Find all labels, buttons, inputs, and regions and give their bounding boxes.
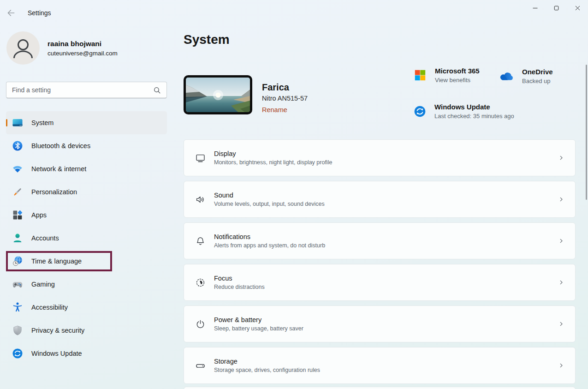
app-title: Settings bbox=[28, 9, 51, 17]
sidebar-item-accounts[interactable]: Accounts bbox=[6, 227, 167, 250]
storage-icon bbox=[195, 360, 206, 371]
network-icon bbox=[12, 163, 23, 174]
status-title: Windows Update bbox=[434, 103, 514, 111]
avatar bbox=[6, 31, 40, 65]
minimize-button[interactable] bbox=[524, 0, 546, 16]
chevron-right-icon bbox=[558, 362, 565, 369]
settings-row-list: Display Monitors, brightness, night ligh… bbox=[184, 139, 576, 389]
row-title: Notifications bbox=[214, 233, 325, 240]
row-title: Sound bbox=[214, 192, 325, 199]
windows-update-icon bbox=[414, 105, 426, 118]
status-card-onedrive[interactable]: OneDrive Backed up bbox=[499, 68, 553, 84]
device-model: Nitro AN515-57 bbox=[262, 95, 308, 102]
sidebar-item-label: Windows Update bbox=[31, 350, 82, 357]
status-subtitle: Backed up bbox=[522, 78, 553, 84]
settings-row-sound[interactable]: Sound Volume levels, output, input, soun… bbox=[184, 181, 576, 218]
focus-icon bbox=[195, 277, 206, 288]
profile-name: raaina bhojwani bbox=[48, 40, 101, 48]
row-subtitle: Storage space, drives, configuration rul… bbox=[214, 367, 320, 373]
settings-window: Settings raaina bhojwani cuteuniverse@gm… bbox=[0, 0, 588, 389]
notifications-icon bbox=[195, 236, 206, 246]
page-title: System bbox=[184, 32, 230, 47]
sidebar-item-label: System bbox=[31, 119, 53, 126]
row-subtitle: Sleep, battery usage, battery saver bbox=[214, 325, 303, 332]
close-button[interactable] bbox=[567, 0, 588, 16]
person-icon bbox=[6, 31, 40, 65]
chevron-right-icon bbox=[558, 154, 565, 162]
sidebar-item-bluetooth-devices[interactable]: Bluetooth & devices bbox=[6, 134, 167, 157]
sidebar-item-gaming[interactable]: Gaming bbox=[6, 273, 167, 296]
back-button[interactable] bbox=[6, 8, 16, 18]
sidebar-item-label: Bluetooth & devices bbox=[31, 142, 90, 150]
sound-icon bbox=[195, 194, 206, 205]
settings-row-storage[interactable]: Storage Storage space, drives, configura… bbox=[184, 347, 576, 384]
sidebar-item-label: Gaming bbox=[31, 281, 55, 288]
status-card-microsoft-365[interactable]: Microsoft 365 View benefits bbox=[414, 67, 480, 84]
power-icon bbox=[195, 319, 206, 329]
row-title: Display bbox=[214, 150, 332, 157]
sidebar-item-network-internet[interactable]: Network & internet bbox=[6, 157, 167, 180]
sidebar-item-label: Accessibility bbox=[31, 304, 68, 311]
search-box bbox=[6, 82, 167, 98]
sidebar-nav: System Bluetooth & devices Network & int… bbox=[6, 111, 167, 365]
gaming-icon bbox=[12, 279, 23, 290]
chevron-right-icon bbox=[558, 320, 565, 328]
row-title: Storage bbox=[214, 358, 320, 365]
chevron-right-icon bbox=[558, 237, 565, 245]
accounts-icon bbox=[12, 233, 23, 244]
windows-update-icon bbox=[12, 348, 23, 359]
status-title: Microsoft 365 bbox=[435, 67, 480, 75]
sidebar-item-system[interactable]: System bbox=[6, 111, 167, 134]
row-title: Power & battery bbox=[214, 316, 303, 323]
sidebar-item-accessibility[interactable]: Accessibility bbox=[6, 296, 167, 319]
search-icon bbox=[153, 86, 161, 94]
settings-row-partial[interactable] bbox=[184, 387, 576, 389]
sidebar-item-label: Apps bbox=[31, 211, 47, 219]
sidebar-item-personalization[interactable]: Personalization bbox=[6, 180, 167, 203]
profile-email: cuteuniverse@gmail.com bbox=[48, 50, 118, 57]
row-subtitle: Monitors, brightness, night light, displ… bbox=[214, 159, 332, 166]
maximize-button[interactable] bbox=[546, 0, 567, 16]
row-subtitle: Reduce distractions bbox=[214, 284, 265, 290]
microsoft-365-logo bbox=[414, 69, 427, 82]
sidebar-item-label: Time & language bbox=[31, 257, 82, 265]
selected-accent-bar bbox=[6, 119, 7, 126]
accessibility-icon bbox=[12, 302, 23, 313]
status-title: OneDrive bbox=[522, 68, 553, 76]
display-icon bbox=[195, 153, 206, 163]
sidebar-item-label: Accounts bbox=[31, 234, 59, 242]
sidebar-item-label: Privacy & security bbox=[31, 327, 84, 334]
device-name: Farica bbox=[262, 82, 289, 93]
row-title: Focus bbox=[214, 275, 265, 282]
settings-row-notifications[interactable]: Notifications Alerts from apps and syste… bbox=[184, 222, 576, 259]
personalization-icon bbox=[12, 186, 23, 197]
window-controls bbox=[524, 0, 588, 16]
system-icon bbox=[12, 117, 23, 128]
bluetooth-icon bbox=[12, 140, 23, 151]
close-icon bbox=[574, 4, 582, 12]
maximize-icon bbox=[552, 4, 560, 12]
settings-row-power-battery[interactable]: Power & battery Sleep, battery usage, ba… bbox=[184, 305, 576, 342]
scrollbar-thumb[interactable] bbox=[586, 65, 587, 200]
sidebar-item-windows-update[interactable]: Windows Update bbox=[6, 342, 167, 365]
sidebar-item-time-language[interactable]: Time & language bbox=[6, 250, 167, 273]
chevron-right-icon bbox=[558, 196, 565, 203]
time-language-icon bbox=[12, 256, 23, 267]
onedrive-icon bbox=[499, 72, 514, 81]
sidebar-item-label: Network & internet bbox=[31, 165, 86, 173]
settings-row-display[interactable]: Display Monitors, brightness, night ligh… bbox=[184, 139, 576, 176]
sidebar-item-privacy-security[interactable]: Privacy & security bbox=[6, 319, 167, 342]
status-card-windows-update[interactable]: Windows Update Last checked: 35 minutes … bbox=[414, 103, 514, 120]
chevron-right-icon bbox=[558, 279, 565, 286]
sidebar-item-apps[interactable]: Apps bbox=[6, 203, 167, 227]
apps-icon bbox=[12, 209, 23, 221]
row-subtitle: Volume levels, output, input, sound devi… bbox=[214, 201, 325, 207]
settings-row-focus[interactable]: Focus Reduce distractions bbox=[184, 264, 576, 301]
sidebar-item-label: Personalization bbox=[31, 188, 77, 196]
privacy-icon bbox=[12, 325, 23, 336]
row-subtitle: Alerts from apps and system, do not dist… bbox=[214, 242, 325, 249]
minimize-icon bbox=[531, 4, 539, 12]
status-subtitle: View benefits bbox=[435, 77, 480, 84]
search-input[interactable] bbox=[12, 86, 153, 94]
rename-link[interactable]: Rename bbox=[262, 106, 287, 114]
